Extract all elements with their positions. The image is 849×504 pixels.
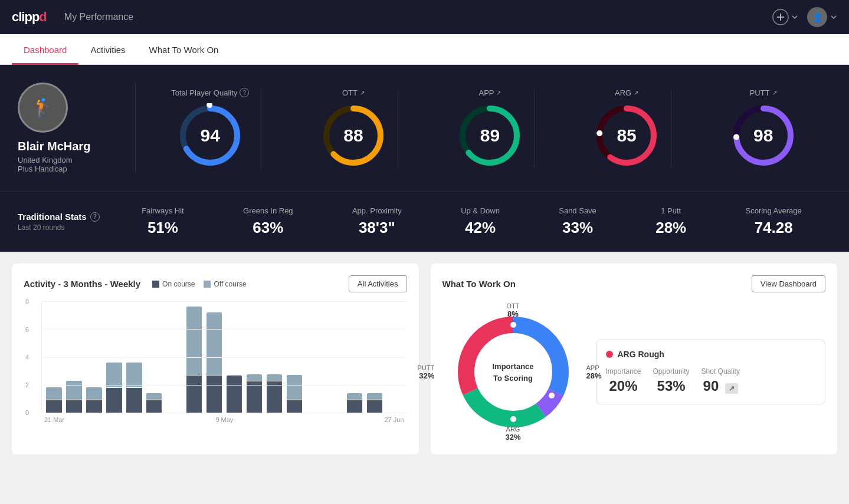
stats-row: Traditional Stats ? Last 20 rounds Fairw… [0,191,849,252]
total-value: 94 [201,126,220,146]
add-button[interactable] [772,9,798,25]
scores-row: Total Player Quality ? 94 OTT ↗ [136,83,831,173]
header-actions: 👤 [772,7,837,27]
stats-title: Traditional Stats ? [18,212,112,222]
on-course-dot [152,281,159,288]
metric-opportunity: Opportunity 53% [653,367,690,394]
stat-updown: Up & Down 42% [461,206,500,237]
svg-point-23 [510,416,516,422]
score-arg-label: ARG ↗ [615,88,638,97]
detail-dot [606,351,613,358]
stat-gir: Greens In Reg 63% [243,206,293,237]
workon-detail: ARG Rough Importance 20% Opportunity 53%… [596,340,826,404]
on-course-bar [287,400,302,413]
workon-title: What To Work On [442,279,516,289]
score-app: APP ↗ 89 [445,88,535,168]
shot-quality-badge: ↗ [725,383,738,394]
svg-point-21 [510,322,516,328]
stats-items: Fairways Hit 51% Greens In Reg 63% App. … [112,206,831,237]
on-course-bar [267,381,282,413]
stat-oneputt: 1 Putt 28% [655,206,686,237]
on-course-bar [66,400,81,413]
score-total: Total Player Quality ? 94 [159,88,261,168]
metric-shot-quality: Shot Quality 90 ↗ [702,367,740,394]
chart-title-group: Activity - 3 Months - Weekly On course O… [24,279,247,289]
header-title: My Performance [64,12,133,22]
arg-ring: 85 [594,103,659,168]
hero-section: 🏌️ Blair McHarg United Kingdom Plus Hand… [0,65,849,191]
off-course-bar [367,393,382,400]
off-course-bar [146,393,162,400]
putt-ring: 98 [731,103,796,168]
player-name: Blair McHarg [18,140,90,153]
metric-importance: Importance 20% [606,367,641,394]
stat-sandsave: Sand Save 33% [559,206,596,237]
all-activities-button[interactable]: All Activities [349,275,407,292]
total-ring: 94 [178,103,242,168]
legend-on-course: On course [152,280,195,288]
on-course-bar [247,381,262,413]
arg-label: ARG 32% [505,426,520,442]
off-course-bar [46,387,61,400]
total-info-icon[interactable]: ? [240,88,249,97]
off-course-bar [206,312,222,375]
user-avatar-button[interactable]: 👤 [807,7,837,27]
ott-ring: 88 [321,103,386,168]
app-value: 89 [480,126,500,146]
arg-value: 85 [617,126,636,146]
tab-dashboard[interactable]: Dashboard [12,34,78,65]
bar-chart: 8 6 4 2 0 21 Mar 9 May 27 Jun [24,301,407,431]
on-course-bar [86,400,101,413]
app-label: APP 28% [586,364,601,380]
stats-label: Traditional Stats ? Last 20 rounds [18,212,112,232]
chevron-down-icon [791,14,798,21]
on-course-bar [126,388,142,413]
off-course-bar [86,387,101,400]
what-to-work-on-card: What To Work On View Dashboard [431,263,838,454]
header: clippd My Performance 👤 [0,0,849,34]
off-course-bar [247,374,262,381]
donut-center-text: ImportanceTo Scoring [492,361,533,384]
avatar: 👤 [807,7,827,27]
stat-proximity: App. Proximity 38'3" [352,206,402,237]
ott-value: 88 [343,126,363,146]
player-avatar: 🏌️ [18,83,68,133]
off-course-bar [347,393,362,400]
on-course-bar [46,400,61,413]
ott-label: OTT 8% [507,302,520,318]
on-course-bar [106,388,122,413]
workon-header: What To Work On View Dashboard [442,275,826,292]
on-course-bar [206,375,222,413]
off-course-bar [66,381,81,400]
off-course-bar [287,375,302,400]
workon-body: ImportanceTo Scoring OTT 8% APP 28% ARG … [442,301,826,443]
stats-info-icon[interactable]: ? [90,212,100,222]
chart-header: Activity - 3 Months - Weekly On course O… [24,275,407,292]
chart-title: Activity - 3 Months - Weekly [24,279,140,289]
putt-label: PUTT 32% [418,364,435,380]
tab-what-to-work-on[interactable]: What To Work On [137,34,231,65]
score-arg: ARG ↗ 85 [582,88,671,168]
app-arrow-icon: ↗ [496,90,501,96]
ott-arrow-icon: ↗ [360,90,365,96]
score-app-label: APP ↗ [478,88,501,97]
score-putt-label: PUTT ↗ [750,88,777,97]
player-info: 🏌️ Blair McHarg United Kingdom Plus Hand… [18,83,136,173]
score-ott: OTT ↗ 88 [309,88,398,168]
detail-card-title: ARG Rough [606,350,816,359]
on-course-bar [227,375,242,413]
on-course-bar [146,400,162,413]
x-label-jun: 27 Jun [384,416,404,423]
tab-activities[interactable]: Activities [78,34,137,65]
off-course-dot [204,281,211,288]
off-course-bar [106,363,122,387]
view-dashboard-button[interactable]: View Dashboard [752,275,825,292]
off-course-bar [126,363,142,387]
off-course-bar [267,374,282,381]
svg-point-22 [549,393,555,398]
detail-metrics: Importance 20% Opportunity 53% Shot Qual… [606,367,816,394]
x-label-may: 9 May [215,416,233,423]
activity-chart-card: Activity - 3 Months - Weekly On course O… [12,263,419,454]
x-label-mar: 21 Mar [44,416,64,423]
detail-card: ARG Rough Importance 20% Opportunity 53%… [596,340,826,404]
